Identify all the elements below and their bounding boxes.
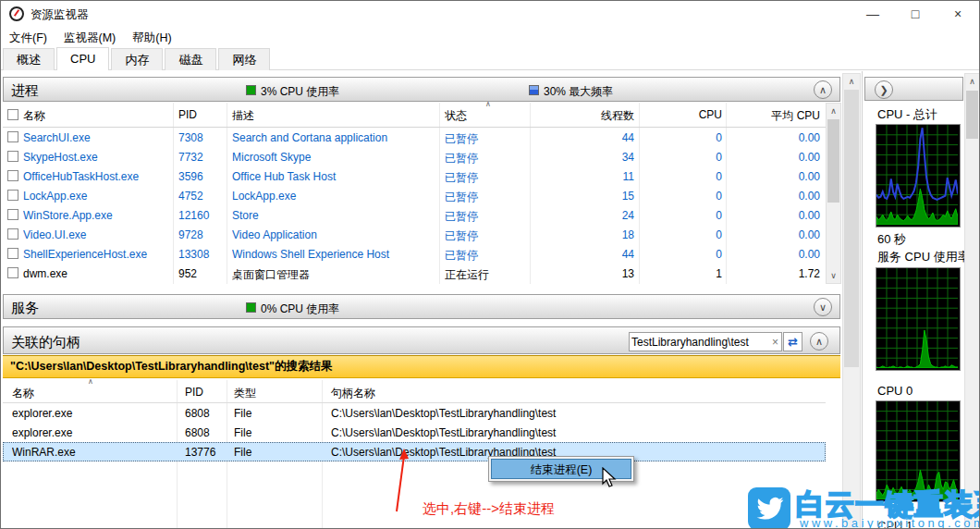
process-row[interactable]: OfficeHubTaskHost.exe3596Office Hub Task… [3,166,826,186]
process-row[interactable]: dwm.exe952桌面窗口管理器正在运行1311.72 [3,264,826,283]
menu-bar: 文件(F)监视器(M)帮助(H) [1,27,979,47]
handle-row[interactable]: explorer.exe6808FileC:\Users\lan\Desktop… [3,403,826,423]
graph1-footer: 60 秒 [877,231,906,248]
process-cpu: 0 [639,151,722,164]
process-name: WinStore.App.exe [23,209,169,222]
process-table-scrollbar[interactable]: ∧ ∨ [826,103,841,284]
process-pid: 7308 [178,131,223,144]
process-pid: 9728 [178,228,223,241]
handles-section-header[interactable]: 关联的句柄 TestLibraryhandling\test × ⇄ ∧ [3,326,840,354]
window-title: 资源监视器 [31,7,89,23]
handle-type: File [234,407,317,420]
search-refresh-icon[interactable]: ⇄ [783,332,802,351]
process-desc: LockApp.exe [232,190,435,203]
menu-item-2[interactable]: 帮助(H) [124,27,179,46]
process-threads: 44 [534,131,634,144]
graphs-expand-button[interactable]: ❯ [875,80,893,99]
menu-item-0[interactable]: 文件(F) [1,27,55,46]
tab-0[interactable]: 概述 [3,48,55,70]
process-pid: 4752 [178,190,223,203]
graphs-panel-scrollbar[interactable]: ∧ [964,73,980,529]
graph3-title: CPU 0 [877,384,913,398]
process-status: 已暂停 [445,131,528,147]
graph1-title: CPU - 总计 [877,106,937,123]
max-frequency-label: 30% 最大频率 [544,84,613,100]
process-row[interactable]: LockApp.exe4752LockApp.exe已暂停1500.00 [3,186,826,205]
process-desc: Windows Shell Experience Host [232,248,435,261]
minimize-button[interactable]: — [851,1,894,27]
row-checkbox[interactable] [7,151,18,162]
graphs-scroll-up-icon[interactable]: ∧ [965,74,979,89]
services-expand-button[interactable]: ∨ [814,298,832,316]
handle-row[interactable]: explorer.exe6808FileC:\Users\lan\Desktop… [3,423,826,442]
menu-item-1[interactable]: 监视器(M) [55,27,124,46]
left-scroll-up-icon[interactable]: ∧ [843,74,860,89]
process-desc: Microsoft Skype [232,151,435,164]
watermark-url: www.baiyunxitong.com [800,516,980,529]
resource-monitor-window: 资源监视器 — □ × 文件(F)监视器(M)帮助(H) 概述CPU内存磁盘网络… [0,0,980,529]
processes-section-header[interactable]: 进程 3% CPU 使用率 30% 最大频率 ∧ [3,77,840,102]
resource-monitor-icon [9,6,24,21]
row-checkbox[interactable] [7,228,18,240]
row-checkbox[interactable] [7,248,18,259]
process-desc: Search and Cortana application [232,131,435,144]
process-avg-cpu: 0.00 [726,151,820,164]
maximize-button[interactable]: □ [894,1,937,27]
row-checkbox[interactable] [7,267,18,278]
services-section-header[interactable]: 服务 0% CPU 使用率 ∨ [3,294,840,319]
annotation-text: 选中,右键-->结束进程 [423,500,555,518]
search-value[interactable]: TestLibraryhandling\test [630,336,769,349]
handles-collapse-button[interactable]: ∧ [810,332,828,351]
processes-title: 进程 [11,82,39,100]
handles-title: 关联的句柄 [11,334,80,351]
handle-name: C:\Users\lan\Desktop\TestLibraryhandling… [331,426,821,439]
process-row[interactable]: WinStore.App.exe12160Store已暂停2400.00 [3,205,826,225]
handles-table-header: ∧ 名称 PID 类型 句柄名称 [3,380,826,403]
process-avg-cpu: 0.00 [726,209,820,222]
services-title: 服务 [11,300,39,317]
process-cpu: 0 [639,209,722,222]
scroll-up-icon[interactable]: ∧ [827,104,840,118]
tab-3[interactable]: 磁盘 [165,48,216,70]
process-row[interactable]: SkypeHost.exe7732Microsoft Skype已暂停3400.… [3,147,826,166]
process-status: 已暂停 [445,151,528,166]
process-table-header: 名称 PID 描述 ∧ 状态 线程数 CPU 平均 CPU [3,103,826,128]
handles-sort-indicator-icon: ∧ [88,377,93,386]
process-row[interactable]: ShellExperienceHost.exe13308Windows Shel… [3,244,826,264]
close-button[interactable]: × [937,1,979,27]
process-threads: 34 [534,151,634,164]
clear-search-icon[interactable]: × [769,336,781,349]
tab-1[interactable]: CPU [56,47,109,70]
process-threads: 13 [534,267,634,280]
process-threads: 44 [534,248,634,261]
processes-collapse-button[interactable]: ∧ [814,80,832,99]
process-pid: 952 [178,267,223,280]
process-pid: 13308 [178,248,223,261]
tab-4[interactable]: 网络 [218,48,270,70]
process-desc: Office Hub Task Host [232,170,435,183]
scroll-down-icon[interactable]: ∨ [827,268,840,283]
row-checkbox[interactable] [7,190,18,201]
annotation-arrow-icon [385,445,422,519]
tab-2[interactable]: 内存 [111,48,163,70]
row-checkbox[interactable] [7,131,18,142]
select-all-checkbox[interactable] [7,109,18,120]
cpu-usage-swatch-icon [246,85,256,95]
handle-pid: 13776 [185,446,226,459]
process-cpu: 0 [639,248,722,261]
process-cpu: 1 [639,267,722,280]
title-bar: 资源监视器 — □ × [1,1,979,27]
process-cpu: 0 [639,131,722,144]
process-avg-cpu: 0.00 [726,170,820,183]
handles-search-input[interactable]: TestLibraryhandling\test × [629,332,782,351]
process-row[interactable]: SearchUI.exe7308Search and Cortana appli… [3,128,826,147]
handle-process-name: WinRAR.exe [12,446,169,459]
row-checkbox[interactable] [7,209,18,220]
process-name: OfficeHubTaskHost.exe [23,170,169,183]
process-avg-cpu: 0.00 [726,131,820,144]
left-panel-scrollbar[interactable]: ∧ [842,73,861,529]
row-checkbox[interactable] [7,170,18,181]
graphs-panel-header: ❯ [864,77,963,101]
process-row[interactable]: Video.UI.exe9728Video Application已暂停1800… [3,225,826,244]
process-cpu: 0 [639,190,722,203]
